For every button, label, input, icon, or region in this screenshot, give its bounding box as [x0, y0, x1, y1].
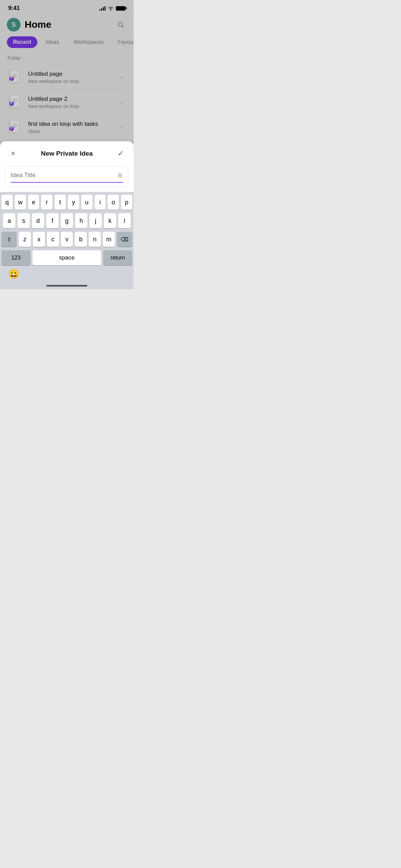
key-space[interactable]: space — [33, 250, 101, 265]
key-z[interactable]: z — [19, 232, 31, 247]
input-underline — [11, 182, 123, 183]
key-shift[interactable]: ⇧ — [1, 232, 17, 247]
key-v[interactable]: v — [61, 232, 73, 247]
key-return[interactable]: return — [103, 250, 132, 265]
key-b[interactable]: b — [75, 232, 87, 247]
idea-title-input[interactable] — [11, 172, 117, 179]
key-numbers[interactable]: 123 — [1, 250, 31, 265]
key-t[interactable]: t — [54, 195, 66, 210]
key-c[interactable]: c — [47, 232, 59, 247]
key-m[interactable]: m — [103, 232, 115, 247]
key-i[interactable]: i — [95, 195, 106, 210]
key-q[interactable]: q — [1, 195, 13, 210]
key-k[interactable]: k — [104, 213, 116, 228]
emoji-button[interactable]: 😀 — [8, 269, 19, 279]
key-backspace[interactable]: ⌫ — [117, 232, 132, 247]
key-n[interactable]: n — [89, 232, 101, 247]
modal-confirm-button[interactable]: ✓ — [114, 147, 127, 160]
modal-close-button[interactable]: × — [7, 147, 19, 160]
key-a[interactable]: a — [3, 213, 15, 228]
key-r[interactable]: r — [41, 195, 52, 210]
key-d[interactable]: d — [32, 213, 44, 228]
key-h[interactable]: h — [75, 213, 87, 228]
keyboard-bottom-row: 123 space return — [1, 250, 132, 265]
modal-header: × New Private Idea ✓ — [0, 141, 134, 165]
home-indicator — [1, 283, 132, 289]
keyboard: q w e r t y u i o p a s d f g h j k l ⇧ … — [0, 192, 134, 289]
keyboard-row-2: a s d f g h j k l — [1, 213, 132, 228]
key-s[interactable]: s — [17, 213, 30, 228]
key-j[interactable]: j — [89, 213, 102, 228]
key-p[interactable]: p — [121, 195, 132, 210]
key-y[interactable]: y — [68, 195, 79, 210]
key-o[interactable]: o — [108, 195, 119, 210]
key-e[interactable]: e — [28, 195, 39, 210]
modal-title: New Private Idea — [41, 150, 93, 157]
modal-input-area: ⊗ — [5, 166, 128, 186]
input-row: ⊗ — [11, 171, 123, 179]
clear-input-button[interactable]: ⊗ — [117, 171, 123, 179]
emoji-bar: 😀 — [1, 267, 132, 283]
key-u[interactable]: u — [81, 195, 93, 210]
key-f[interactable]: f — [46, 213, 59, 228]
keyboard-row-3: ⇧ z x c v b n m ⌫ — [1, 232, 132, 247]
key-x[interactable]: x — [33, 232, 45, 247]
key-l[interactable]: l — [118, 213, 131, 228]
keyboard-row-1: q w e r t y u i o p — [1, 195, 132, 210]
modal-sheet: × New Private Idea ✓ ⊗ q w e r t y u i o… — [0, 141, 134, 289]
home-bar — [46, 285, 87, 287]
key-g[interactable]: g — [61, 213, 73, 228]
key-w[interactable]: w — [15, 195, 26, 210]
